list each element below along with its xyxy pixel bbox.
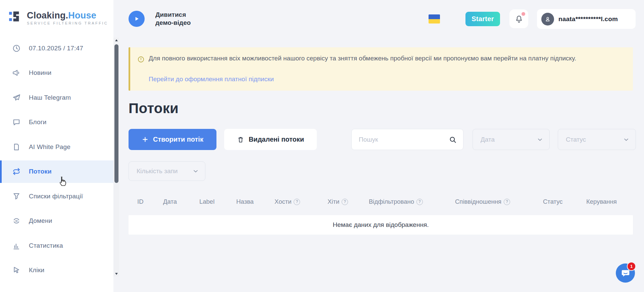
help-icon[interactable]	[294, 199, 300, 205]
user-email: naata**********l.com	[558, 15, 618, 23]
person-icon	[544, 15, 551, 23]
sidebar-item-label: Списки фільтрації	[29, 193, 83, 200]
demo-video-label[interactable]: Дивитися демо-відео	[155, 11, 199, 27]
help-icon[interactable]	[342, 199, 348, 205]
chat-unread-badge: 1	[627, 262, 636, 271]
notifications-button[interactable]	[509, 9, 528, 28]
document-icon	[12, 143, 21, 151]
help-icon[interactable]	[416, 199, 423, 205]
column-header-actions: Керування	[586, 198, 633, 205]
search-box	[351, 129, 463, 150]
megaphone-icon	[12, 68, 21, 77]
column-header-status: Статус	[543, 198, 586, 205]
sidebar: Cloaking.House SERVICE FILTERING TRAFFIC…	[0, 0, 113, 292]
bell-icon	[514, 14, 524, 23]
bar-chart-icon	[12, 241, 21, 250]
status-filter-value: Статус	[566, 136, 623, 143]
sidebar-item-label: Кліки	[29, 266, 44, 274]
sidebar-scrollbar[interactable]	[113, 38, 119, 277]
sidebar-item-label: Домени	[29, 217, 52, 225]
column-header-filtered: Відфільтровано	[369, 198, 455, 205]
deleted-streams-button[interactable]: Видалені потоки	[224, 129, 317, 150]
help-icon[interactable]	[504, 199, 510, 205]
sidebar-item-clicks[interactable]: Кліки	[0, 259, 113, 282]
logo-title-accent: House	[68, 10, 96, 20]
sidebar-item-label: Статистика	[29, 242, 63, 249]
sidebar-item-statistics[interactable]: Статистика	[0, 234, 113, 257]
sidebar-item-label: 07.10.2025 / 17:47	[29, 45, 83, 52]
logo-icon	[8, 9, 23, 24]
search-input[interactable]	[352, 129, 463, 150]
sidebar-item-label: Наш Telegram	[29, 94, 71, 101]
streams-loop-icon	[12, 167, 21, 176]
deleted-streams-label: Видалені потоки	[249, 136, 304, 143]
sidebar-item-label: Новини	[29, 69, 51, 77]
column-header-id: ID	[137, 198, 163, 205]
status-filter-dropdown[interactable]: Статус	[558, 129, 636, 150]
avatar	[541, 13, 554, 26]
date-filter-dropdown[interactable]: Дата	[473, 129, 550, 150]
sidebar-item-domains[interactable]: w Домени	[0, 210, 113, 232]
upgrade-subscription-link[interactable]: Перейти до оформлення платної підписки	[149, 76, 274, 83]
user-account-button[interactable]: naata**********l.com	[537, 9, 636, 29]
sidebar-item-blogs[interactable]: Блоги	[0, 111, 113, 134]
plan-badge-button[interactable]: Starter	[465, 12, 500, 26]
play-icon	[133, 15, 140, 22]
trial-warning-banner: Для повного використання всіх можливосте…	[129, 47, 633, 91]
funnel-icon	[12, 192, 21, 201]
mouse-hand-cursor	[57, 176, 67, 188]
chat-bubble-icon	[12, 118, 21, 127]
scroll-up-arrow-icon[interactable]	[113, 38, 119, 43]
banner-message: Для повного використання всіх можливосте…	[149, 54, 624, 63]
chevron-down-icon	[623, 136, 630, 143]
date-filter-value: Дата	[481, 136, 537, 143]
column-header-name: Назва	[236, 198, 275, 205]
scroll-down-arrow-icon[interactable]	[113, 271, 119, 277]
chevron-down-icon	[537, 136, 543, 143]
create-stream-button[interactable]: Створити потік	[129, 129, 216, 150]
per-page-dropdown[interactable]: Кількість запи	[129, 161, 205, 181]
table-empty-state: Немає даних для відображення.	[129, 215, 633, 235]
sidebar-item-label: AI White Page	[29, 143, 70, 151]
search-icon[interactable]	[449, 136, 457, 144]
page-title: Потоки	[129, 101, 179, 116]
clock-icon	[12, 44, 21, 53]
cursor-icon	[12, 266, 21, 275]
per-page-value: Кількість запи	[137, 167, 192, 175]
sidebar-item-streams[interactable]: Потоки	[0, 160, 113, 183]
trash-icon	[237, 136, 244, 143]
sidebar-item-filter-lists[interactable]: Списки фільтрації	[0, 185, 113, 207]
plus-icon	[142, 136, 149, 143]
empty-state-text: Немає даних для відображення.	[333, 221, 429, 229]
ukraine-flag-icon[interactable]	[429, 14, 440, 23]
svg-text:w: w	[15, 219, 18, 223]
chevron-down-icon	[192, 168, 199, 175]
column-header-date: Дата	[163, 198, 199, 205]
sidebar-item-label: Потоки	[29, 168, 52, 175]
notification-dot	[522, 12, 525, 16]
logo-text: Cloaking.House SERVICE FILTERING TRAFFIC	[27, 9, 108, 25]
telegram-icon	[12, 93, 21, 102]
domain-icon: w	[12, 216, 21, 225]
streams-table-header: ID Дата Label Назва Хости Хіти Відфільтр…	[129, 194, 633, 209]
logo[interactable]: Cloaking.House SERVICE FILTERING TRAFFIC	[8, 9, 108, 25]
sidebar-item-ai-white-page[interactable]: AI White Page	[0, 136, 113, 158]
scrollbar-thumb[interactable]	[114, 44, 118, 183]
sidebar-item-telegram[interactable]: Наш Telegram	[0, 86, 113, 109]
column-header-label: Label	[199, 198, 236, 205]
chat-widget-button[interactable]: 1	[616, 263, 635, 283]
logo-title-dark: Cloaking.	[27, 10, 68, 20]
create-stream-label: Створити потік	[153, 136, 203, 143]
sidebar-nav: 07.10.2025 / 17:47 Новини Наш Telegram Б…	[0, 37, 113, 284]
sidebar-item-datetime[interactable]: 07.10.2025 / 17:47	[0, 37, 113, 59]
sidebar-item-label: Блоги	[29, 118, 47, 126]
column-header-hosts: Хости	[275, 198, 328, 205]
logo-subtitle: SERVICE FILTERING TRAFFIC	[27, 21, 108, 25]
column-header-hits: Хіти	[328, 198, 369, 205]
warning-icon	[137, 56, 145, 63]
demo-video-play-button[interactable]	[129, 11, 145, 27]
column-header-ratio: Співвідношення	[455, 198, 543, 205]
app-root: Cloaking.House SERVICE FILTERING TRAFFIC…	[0, 0, 644, 292]
sidebar-item-news[interactable]: Новини	[0, 62, 113, 84]
